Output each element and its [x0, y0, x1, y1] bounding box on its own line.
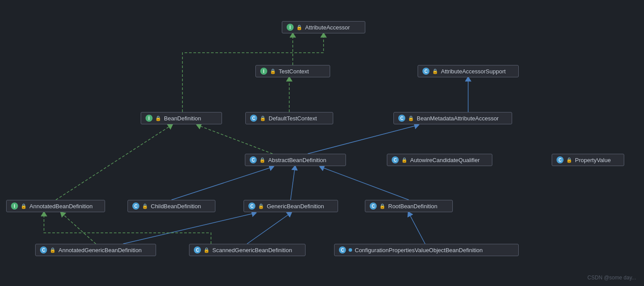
icon-class-annotated-generic-bean-definition: C [40, 246, 47, 253]
svg-line-5 [198, 125, 273, 154]
icon-class-scanned-generic-bean-definition: C [194, 246, 201, 253]
node-property-value: C 🔒 PropertyValue [552, 154, 624, 166]
icon-dot-config-props [349, 248, 352, 252]
svg-line-14 [56, 125, 171, 200]
svg-line-9 [321, 167, 409, 200]
node-root-bean-definition: C 🔒 RootBeanDefinition [365, 200, 453, 212]
icon-class-config-props: C [339, 246, 346, 253]
icon-class-default-test-context: C [250, 115, 257, 122]
node-annotated-generic-bean-definition: C 🔒 AnnotatedGenericBeanDefinition [35, 244, 156, 256]
label-attribute-accessor-support: AttributeAccessorSupport [441, 68, 506, 75]
label-abstract-bean-definition: AbstractBeanDefinition [268, 157, 326, 163]
icon-interface-annotated-bean-definition: I [11, 203, 18, 210]
connections-svg [0, 0, 644, 286]
label-default-test-context: DefaultTestContext [269, 115, 317, 122]
node-annotated-bean-definition: I 🔒 AnnotatedBeanDefinition [6, 200, 105, 212]
node-abstract-bean-definition: C 🔒 AbstractBeanDefinition [245, 154, 346, 166]
label-bean-definition: BeanDefinition [164, 115, 201, 122]
label-annotated-bean-definition: AnnotatedBeanDefinition [29, 203, 93, 210]
node-attribute-accessor: I 🔒 AttributeAccessor [282, 21, 365, 33]
svg-line-11 [123, 213, 255, 244]
node-scanned-generic-bean-definition: C 🔒 ScannedGenericBeanDefinition [189, 244, 306, 256]
icon-class-property-value: C [557, 156, 564, 163]
node-attribute-accessor-support: C 🔒 AttributeAccessorSupport [418, 65, 519, 77]
svg-line-7 [171, 167, 273, 200]
svg-line-13 [409, 213, 425, 244]
icon-class-root-bean-definition: C [370, 203, 377, 210]
label-generic-bean-definition: GenericBeanDefinition [267, 203, 324, 210]
node-autowire-candidate-qualifier: C 🔒 AutowireCandidateQualifier [387, 154, 492, 166]
node-bean-metadata-attribute-accessor: C 🔒 BeanMetadataAttributeAccessor [393, 112, 512, 124]
icon-interface-bean-definition: I [146, 115, 153, 122]
icon-interface-test-context: I [260, 68, 267, 75]
label-autowire-candidate-qualifier: AutowireCandidateQualifier [410, 157, 480, 163]
label-child-bean-definition: ChildBeanDefinition [151, 203, 201, 210]
label-bean-metadata-attribute-accessor: BeanMetadataAttributeAccessor [417, 115, 498, 122]
label-scanned-generic-bean-definition: ScannedGenericBeanDefinition [212, 247, 292, 253]
icon-class-bean-metadata-attribute-accessor: C [398, 115, 405, 122]
svg-line-8 [291, 167, 295, 200]
icon-class-generic-bean-definition: C [248, 203, 255, 210]
label-test-context: TestContext [279, 68, 309, 75]
svg-line-6 [308, 125, 418, 154]
icon-class-autowire-candidate-qualifier: C [392, 156, 399, 163]
node-default-test-context: C 🔒 DefaultTestContext [245, 112, 333, 124]
label-annotated-generic-bean-definition: AnnotatedGenericBeanDefinition [58, 247, 142, 253]
icon-class-child-bean-definition: C [132, 203, 139, 210]
icon-class-attribute-accessor-support: C [422, 68, 429, 75]
label-property-value: PropertyValue [575, 157, 611, 163]
icon-interface-attribute-accessor: I [287, 24, 294, 31]
icon-class-abstract-bean-definition: C [250, 156, 257, 163]
node-bean-definition: I 🔒 BeanDefinition [141, 112, 222, 124]
node-child-bean-definition: C 🔒 ChildBeanDefinition [127, 200, 215, 212]
label-root-bean-definition: RootBeanDefinition [388, 203, 437, 210]
node-generic-bean-definition: C 🔒 GenericBeanDefinition [244, 200, 338, 212]
diagram-container: I 🔒 AttributeAccessor I 🔒 TestContext C … [0, 0, 644, 286]
watermark: CSDN @some day... [587, 275, 636, 281]
svg-line-12 [247, 213, 291, 244]
label-configuration-properties-value-object-bean-definition: ConfigurationPropertiesValueObjectBeanDe… [355, 247, 483, 253]
label-attribute-accessor: AttributeAccessor [305, 24, 350, 31]
svg-line-10 [62, 213, 96, 244]
node-test-context: I 🔒 TestContext [255, 65, 330, 77]
node-configuration-properties-value-object-bean-definition: C ConfigurationPropertiesValueObjectBean… [334, 244, 519, 256]
